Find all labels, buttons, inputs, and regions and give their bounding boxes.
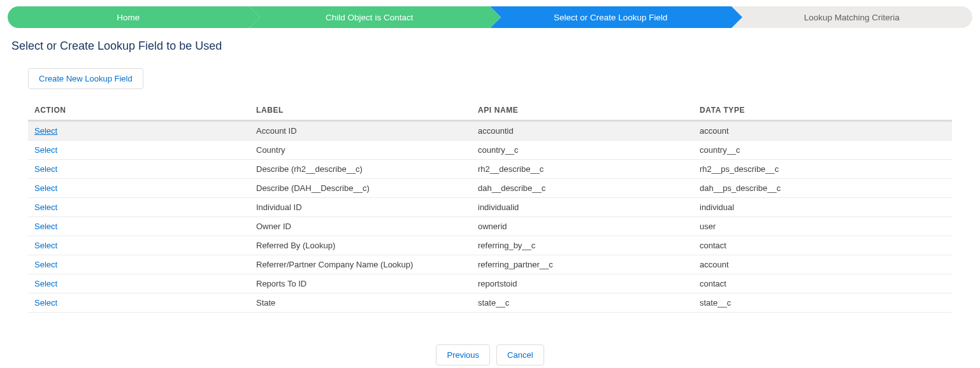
cancel-button[interactable]: Cancel [496, 344, 544, 365]
create-new-lookup-button[interactable]: Create New Lookup Field [28, 68, 143, 89]
col-header-action: ACTION [28, 101, 250, 121]
select-link[interactable]: Select [34, 222, 57, 231]
wizard-breadcrumb: HomeChild Object is ContactSelect or Cre… [8, 6, 972, 28]
wizard-step-label: Home [117, 13, 140, 22]
table-row: SelectReports To IDreportstoidcontact [28, 274, 952, 294]
cell-label: Referrer/Partner Company Name (Lookup) [250, 255, 472, 274]
col-header-label: LABEL [250, 101, 472, 121]
cell-label: Describe (rh2__describe__c) [250, 160, 472, 179]
cell-label: Individual ID [250, 198, 472, 217]
wizard-step-0[interactable]: Home [8, 6, 249, 28]
col-header-data-type: DATA TYPE [693, 101, 952, 121]
cell-label: Owner ID [250, 217, 472, 236]
cell-api-name: referring_partner__c [472, 255, 693, 274]
select-link[interactable]: Select [34, 145, 57, 155]
wizard-step-label: Lookup Matching Criteria [804, 13, 900, 22]
select-link[interactable]: Select [34, 183, 57, 193]
wizard-step-label: Select or Create Lookup Field [554, 13, 668, 22]
cell-api-name: accountid [472, 121, 693, 141]
table-row: SelectOwner IDowneriduser [28, 217, 952, 236]
cell-label: Describe (DAH__Describe__c) [250, 179, 472, 198]
lookup-fields-table: ACTION LABEL API NAME DATA TYPE SelectAc… [28, 101, 952, 313]
select-link[interactable]: Select [34, 279, 57, 288]
select-link[interactable]: Select [34, 298, 57, 308]
page-title: Select or Create Lookup Field to be Used [11, 39, 972, 53]
cell-label: Country [250, 141, 472, 160]
table-row: SelectCountrycountry__ccountry__c [28, 141, 952, 160]
cell-api-name: referring_by__c [472, 236, 693, 255]
table-row: SelectReferred By (Lookup)referring_by__… [28, 236, 952, 255]
cell-api-name: individualid [472, 198, 693, 217]
cell-api-name: ownerid [472, 217, 693, 236]
cell-api-name: dah__describe__c [472, 179, 693, 198]
col-header-api-name: API NAME [472, 101, 693, 121]
select-link[interactable]: Select [34, 202, 57, 212]
table-row: SelectIndividual IDindividualidindividua… [28, 198, 952, 217]
cell-data-type: account [693, 255, 952, 274]
cell-data-type: country__c [693, 141, 952, 160]
cell-data-type: account [693, 121, 952, 141]
table-row: SelectAccount IDaccountidaccount [28, 121, 952, 141]
cell-api-name: country__c [472, 141, 693, 160]
wizard-step-3[interactable]: Lookup Matching Criteria [731, 6, 973, 28]
cell-label: Referred By (Lookup) [250, 236, 472, 255]
cell-data-type: contact [693, 236, 952, 255]
cell-api-name: rh2__describe__c [472, 160, 693, 179]
cell-data-type: contact [693, 274, 952, 294]
select-link[interactable]: Select [34, 126, 57, 136]
wizard-step-2[interactable]: Select or Create Lookup Field [490, 6, 731, 28]
cell-data-type: state__c [693, 294, 952, 313]
cell-label: State [250, 294, 472, 313]
previous-button[interactable]: Previous [436, 344, 490, 365]
cell-data-type: dah__ps_describe__c [693, 179, 952, 198]
table-row: SelectReferrer/Partner Company Name (Loo… [28, 255, 952, 274]
cell-data-type: individual [693, 198, 952, 217]
select-link[interactable]: Select [34, 241, 57, 250]
cell-label: Reports To ID [250, 274, 472, 294]
cell-api-name: state__c [472, 294, 693, 313]
select-link[interactable]: Select [34, 260, 57, 269]
select-link[interactable]: Select [34, 164, 57, 174]
cell-api-name: reportstoid [472, 274, 693, 294]
cell-data-type: user [693, 217, 952, 236]
table-row: SelectDescribe (DAH__Describe__c)dah__de… [28, 179, 952, 198]
table-row: SelectStatestate__cstate__c [28, 294, 952, 313]
cell-label: Account ID [250, 121, 472, 141]
table-row: SelectDescribe (rh2__describe__c)rh2__de… [28, 160, 952, 179]
wizard-step-label: Child Object is Contact [326, 13, 413, 22]
cell-data-type: rh2__ps_describe__c [693, 160, 952, 179]
wizard-step-1[interactable]: Child Object is Contact [249, 6, 491, 28]
